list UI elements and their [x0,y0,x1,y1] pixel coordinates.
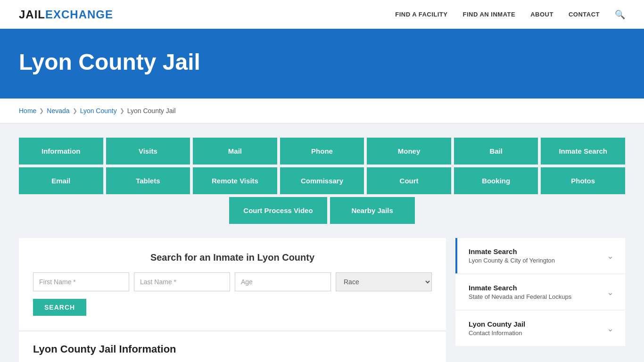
search-icon[interactable]: 🔍 [615,9,625,20]
site-logo[interactable]: JAILEXCHANGE [19,8,113,21]
tile-phone[interactable]: Phone [280,138,364,165]
tile-visits[interactable]: Visits [106,138,190,165]
header: JAILEXCHANGE FIND A FACILITY FIND AN INM… [0,0,644,30]
sidebar: Inmate Search Lyon County & City of Yeri… [455,238,625,346]
chevron-down-icon-0: ⌄ [607,251,614,261]
nav-about[interactable]: ABOUT [530,11,553,18]
search-fields: Race White Black Hispanic Asian Other [33,272,432,291]
logo-exchange: EXCHANGE [45,8,113,21]
sidebar-item-1[interactable]: Inmate Search State of Nevada and Federa… [455,274,625,310]
breadcrumb-sep-3: ❯ [120,107,124,114]
tiles-row-1: Information Visits Mail Phone Money Bail… [19,138,625,165]
tiles-row-3: Court Process Video Nearby Jails [19,197,625,224]
chevron-down-icon-1: ⌄ [607,287,614,297]
nav-contact[interactable]: CONTACT [569,11,600,18]
tiles-row-2: Email Tablets Remote Visits Commissary C… [19,167,625,194]
breadcrumb-sep-1: ❯ [39,107,44,114]
tile-information[interactable]: Information [19,138,103,165]
sidebar-item-0-title: Inmate Search [469,247,555,255]
bottom-section: Search for an Inmate in Lyon County Race… [19,238,625,362]
main-content: Information Visits Mail Phone Money Bail… [0,123,644,362]
tile-photos[interactable]: Photos [541,167,625,194]
tile-email[interactable]: Email [19,167,103,194]
search-button[interactable]: SEARCH [33,299,86,316]
first-name-input[interactable] [33,272,129,291]
logo-jail: JAIL [19,8,45,21]
search-title: Search for an Inmate in Lyon County [33,252,432,263]
breadcrumb-lyon-county[interactable]: Lyon County [80,107,117,115]
sidebar-item-0[interactable]: Inmate Search Lyon County & City of Yeri… [455,238,625,273]
hero-section: Lyon County Jail [0,30,644,99]
tile-bail[interactable]: Bail [454,138,538,165]
sidebar-item-2[interactable]: Lyon County Jail Contact Information ⌄ [455,311,625,346]
sidebar-item-2-title: Lyon County Jail [469,320,525,328]
info-title: Lyon County Jail Information [33,343,432,355]
breadcrumb-nevada[interactable]: Nevada [47,107,69,115]
tile-mail[interactable]: Mail [193,138,277,165]
tile-booking[interactable]: Booking [454,167,538,194]
breadcrumb-home[interactable]: Home [19,107,36,115]
age-input[interactable] [235,272,331,291]
breadcrumb-sep-2: ❯ [73,107,77,114]
sidebar-item-2-subtitle: Contact Information [469,329,525,337]
main-nav: FIND A FACILITY FIND AN INMATE ABOUT CON… [395,9,625,20]
chevron-down-icon-2: ⌄ [607,323,614,334]
breadcrumb-current: Lyon County Jail [127,107,176,115]
tile-court[interactable]: Court [367,167,451,194]
tile-court-process-video[interactable]: Court Process Video [229,197,327,224]
tile-tablets[interactable]: Tablets [106,167,190,194]
breadcrumb: Home ❯ Nevada ❯ Lyon County ❯ Lyon Count… [0,99,644,123]
last-name-input[interactable] [134,272,230,291]
race-select[interactable]: Race White Black Hispanic Asian Other [336,272,432,291]
page-title: Lyon County Jail [19,49,625,75]
tile-commissary[interactable]: Commissary [280,167,364,194]
inmate-search-box: Search for an Inmate in Lyon County Race… [19,238,446,330]
nav-find-facility[interactable]: FIND A FACILITY [395,11,447,18]
tile-money[interactable]: Money [367,138,451,165]
info-section: Lyon County Jail Information [19,330,446,362]
sidebar-item-1-subtitle: State of Nevada and Federal Lockups [469,293,571,300]
tile-nearby-jails[interactable]: Nearby Jails [330,197,415,224]
sidebar-item-0-subtitle: Lyon County & City of Yerington [469,257,555,264]
sidebar-item-1-title: Inmate Search [469,284,571,292]
nav-find-inmate[interactable]: FIND AN INMATE [462,11,515,18]
left-column: Search for an Inmate in Lyon County Race… [19,238,446,362]
tile-inmate-search[interactable]: Inmate Search [541,138,625,165]
tile-remote-visits[interactable]: Remote Visits [193,167,277,194]
